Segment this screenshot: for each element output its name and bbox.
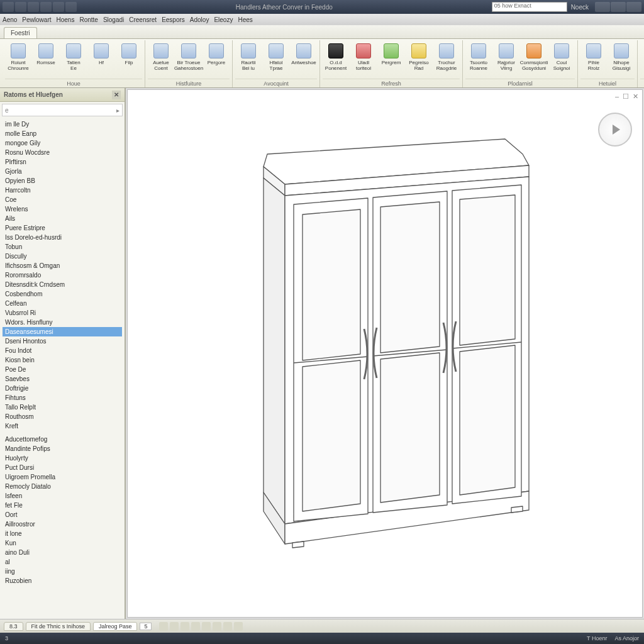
browser-item[interactable]: Plrftirsn: [3, 157, 122, 167]
browser-item[interactable]: Tallo Relplt: [3, 402, 122, 412]
ribbon-button[interactable]: Raortii Bei lu: [235, 42, 262, 73]
sheet-tab[interactable]: Jalreog Pase: [93, 622, 138, 631]
3d-viewport[interactable]: – ☐ ✕: [127, 89, 643, 618]
view-icon[interactable]: [223, 622, 232, 631]
browser-item[interactable]: Mandinte Pofips: [3, 444, 122, 453]
browser-item[interactable]: fet Fle: [3, 501, 122, 510]
browser-item[interactable]: Tobun: [3, 242, 122, 252]
ribbon-button[interactable]: Pergore: [203, 42, 230, 67]
sheet-tab[interactable]: Fit de Thnic s Inihose: [26, 622, 91, 631]
browser-item[interactable]: aino Duli: [3, 548, 122, 557]
browser-item[interactable]: it lone: [3, 529, 122, 538]
ribbon-button[interactable]: Roiunt Chrounre: [5, 42, 31, 73]
ribbon-button[interactable]: Uladl toriteol: [350, 42, 377, 73]
view-icon[interactable]: [191, 622, 200, 631]
browser-item[interactable]: Daseansesumesi: [3, 327, 122, 336]
vp-max-icon[interactable]: ☐: [623, 92, 629, 101]
menu-item[interactable]: Aeno: [3, 16, 17, 23]
qat-button[interactable]: [40, 2, 52, 12]
browser-item[interactable]: Wrelens: [3, 204, 122, 214]
ribbon-button[interactable]: Auetue Coent: [148, 42, 174, 73]
menu-item[interactable]: Hoens: [57, 16, 75, 23]
help-label[interactable]: Noeck: [571, 4, 589, 11]
menu-item[interactable]: Eleozy: [214, 16, 233, 23]
browser-item[interactable]: Aillroostror: [3, 519, 122, 529]
ribbon-button[interactable]: Coul Soignoi: [548, 42, 575, 73]
browser-item[interactable]: Fou Indot: [3, 346, 122, 355]
browser-item[interactable]: Cosbendhom: [3, 289, 122, 299]
browser-item[interactable]: Ifichsosm & Omgan: [3, 261, 122, 270]
browser-item[interactable]: im lle Dy: [3, 119, 122, 129]
browser-item[interactable]: iing: [3, 567, 122, 576]
qat-button[interactable]: [28, 2, 39, 12]
close-button[interactable]: [626, 2, 641, 12]
vp-close-icon[interactable]: ✕: [633, 92, 638, 101]
browser-item[interactable]: Kun: [3, 538, 122, 548]
vp-min-icon[interactable]: –: [615, 92, 619, 101]
browser-item[interactable]: Opyien BB: [3, 176, 122, 186]
menu-item[interactable]: Rontte: [79, 16, 97, 23]
menu-item[interactable]: Slogadi: [103, 16, 124, 23]
ribbon-button[interactable]: Pergrem: [378, 42, 404, 67]
view-icon[interactable]: [202, 622, 211, 631]
qat-button[interactable]: [15, 2, 26, 12]
ribbon-button[interactable]: Pihie Rrolz: [580, 42, 607, 73]
browser-item[interactable]: Oort: [3, 510, 122, 519]
browser-close-icon[interactable]: ✕: [112, 91, 121, 99]
menu-item[interactable]: Creensret: [129, 16, 157, 23]
ribbon-button[interactable]: Trochur Raogdrie: [433, 42, 460, 73]
ribbon-tab[interactable]: Foestri: [4, 27, 37, 38]
browser-item[interactable]: Poe De: [3, 365, 122, 374]
wardrobe-model[interactable]: [209, 121, 562, 562]
ribbon-button[interactable]: 0:80 Rocryls ins: [640, 42, 644, 79]
browser-item[interactable]: Gjorla: [3, 167, 122, 176]
ribbon-button[interactable]: Hfatol Tprae: [263, 42, 289, 73]
qat-button[interactable]: [3, 2, 14, 12]
browser-item[interactable]: Uigroem Promella: [3, 472, 122, 482]
view-icon[interactable]: [159, 622, 168, 631]
qat-button[interactable]: [53, 2, 64, 12]
browser-item[interactable]: Kiosn bein: [3, 355, 122, 365]
browser-item[interactable]: Discully: [3, 252, 122, 261]
browser-filter-box[interactable]: e ▸: [2, 104, 123, 116]
browser-item[interactable]: Remocly Diatalo: [3, 482, 122, 491]
browser-item[interactable]: Dseni Hnontos: [3, 336, 122, 346]
ribbon-button[interactable]: Tsoonto Roanne: [465, 42, 492, 73]
view-icon[interactable]: [234, 622, 243, 631]
browser-item[interactable]: Doftrigie: [3, 384, 122, 393]
browser-item[interactable]: Puct Dursi: [3, 463, 122, 472]
view-icon[interactable]: [180, 622, 189, 631]
browser-item[interactable]: Coe: [3, 195, 122, 204]
browser-item[interactable]: Harrcoltn: [3, 186, 122, 195]
browser-item[interactable]: Ruzobien: [3, 576, 122, 586]
ribbon-button[interactable]: Antweshoe: [291, 42, 317, 67]
browser-item[interactable]: Wdors. Hisnfluny: [3, 318, 122, 327]
menu-item[interactable]: Pewlowart: [22, 16, 51, 23]
ribbon-button[interactable]: Romsse: [33, 42, 59, 67]
browser-item[interactable]: Saevbes: [3, 374, 122, 384]
browser-item[interactable]: molle Eanp: [3, 129, 122, 138]
browser-item[interactable]: Celfean: [3, 299, 122, 308]
view-icon[interactable]: [213, 622, 221, 631]
ribbon-button[interactable]: Nihope Gisusigi: [608, 42, 635, 73]
ribbon-button[interactable]: Bir Troeue Gaherostoen: [175, 42, 202, 73]
menu-item[interactable]: Hees: [238, 16, 252, 23]
ribbon-button[interactable]: O.d.d Ponenent: [323, 42, 349, 73]
browser-item[interactable]: al: [3, 557, 122, 567]
ribbon-button[interactable]: Filp: [116, 42, 142, 67]
sheet-tab[interactable]: 8.3: [4, 622, 23, 631]
minimize-button[interactable]: [595, 2, 610, 12]
qat-button[interactable]: [65, 2, 77, 12]
browser-item[interactable]: Rosnu Wocdsre: [3, 148, 122, 157]
ribbon-button[interactable]: Tatien Ee: [60, 42, 87, 73]
browser-item[interactable]: Iss Dorelo-ed-husrdi: [3, 233, 122, 242]
view-cube[interactable]: [598, 113, 632, 147]
ribbon-button[interactable]: Pegreiso Rad: [406, 42, 432, 73]
browser-item[interactable]: Roromrsaldo: [3, 270, 122, 280]
browser-item[interactable]: Kreft: [3, 421, 122, 431]
view-icon[interactable]: [170, 622, 179, 631]
browser-item[interactable]: Ails: [3, 214, 122, 223]
maximize-button[interactable]: [611, 2, 626, 12]
sheet-dropdown[interactable]: 5: [140, 623, 152, 630]
browser-item[interactable]: Routhosm: [3, 412, 122, 421]
